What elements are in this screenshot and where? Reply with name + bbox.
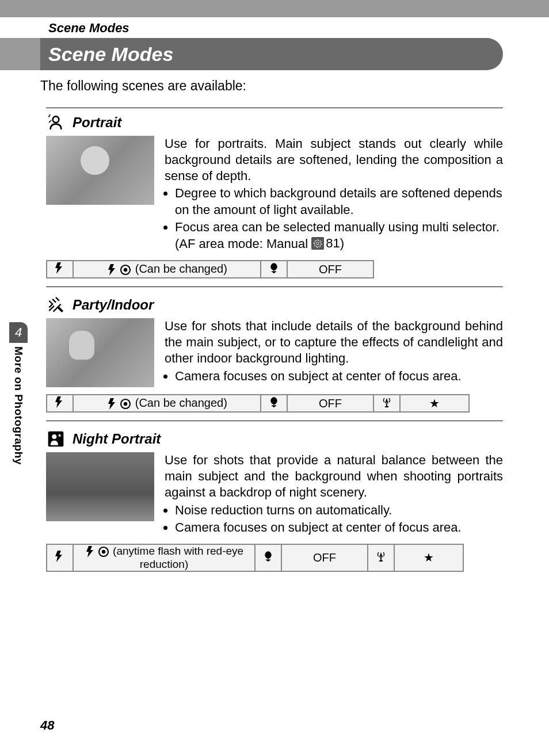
section-party: Party/Indoor Use for shots that include … [46,295,503,387]
party-flash-value: (Can be changed) [73,395,261,412]
macro-icon-cell [261,261,287,278]
portrait-settings-row: (Can be changed) OFF [46,260,503,287]
flash-icon-cell [47,544,73,571]
portrait-macro-value: OFF [287,261,373,278]
flash-icon-cell [47,261,73,278]
party-description: Use for shots that include details of th… [165,318,503,385]
vr-icon-cell [373,395,400,412]
portrait-sample-image [46,136,154,205]
night-bullet-1: Noise reduction turns on automatically. [175,502,503,518]
night-macro-value: OFF [281,544,368,571]
section-night-portrait: Night Portrait Use for shots that provid… [46,429,503,537]
portrait-page-ref: 81) [326,235,344,251]
party-mode-icon [46,295,66,315]
section-portrait-label: Portrait [73,114,121,131]
top-gray-bar [0,0,549,17]
night-portrait-mode-icon [46,429,66,449]
party-sample-image [46,318,154,387]
chapter-label: More on Photography [12,346,25,465]
party-settings-row: (Can be changed) OFF ★ [46,394,503,421]
portrait-flash-text: (Can be changed) [135,262,227,275]
night-flash-value: (anytime flash with red-eye reduction) [73,544,255,571]
night-settings-row: (anytime flash with red-eye reduction) O… [46,544,503,580]
settings-page-ref-icon [311,237,324,250]
section-portrait: Portrait Use for portraits. Main subject… [46,108,503,253]
party-desc-text: Use for shots that include details of th… [165,319,503,365]
night-bullet-2: Camera focuses on subject at center of f… [175,520,503,536]
breadcrumb: Scene Modes [0,17,549,38]
party-flash-text: (Can be changed) [135,396,227,409]
party-macro-value: OFF [287,395,373,412]
portrait-description: Use for portraits. Main subject stands o… [165,136,503,253]
night-sample-image [46,452,154,521]
title-bar: Scene Modes [0,38,549,70]
macro-icon-cell [261,395,287,412]
page-number: 48 [40,718,54,733]
portrait-bullet-1: Degree to which background details are s… [175,185,503,217]
intro-text: The following scenes are available: [0,70,549,100]
portrait-desc-text: Use for portraits. Main subject stands o… [165,136,503,183]
section-night-label: Night Portrait [73,431,161,447]
portrait-bullet-2: Focus area can be selected manually usin… [175,219,503,252]
night-star-value: ★ [394,544,463,571]
party-star-value: ★ [400,395,469,412]
night-description: Use for shots that provide a natural bal… [165,452,503,537]
page-title: Scene Modes [40,38,503,70]
chapter-number: 4 [9,322,28,343]
portrait-flash-value: (Can be changed) [73,261,261,278]
flash-icon-cell [47,395,73,412]
section-party-label: Party/Indoor [73,297,154,313]
night-flash-text: (anytime flash with red-eye reduction) [113,545,243,570]
side-tab: 4 More on Photography [7,322,30,465]
vr-icon-cell [368,544,394,571]
night-desc-text: Use for shots that provide a natural bal… [165,453,503,499]
macro-icon-cell [255,544,281,571]
party-bullet-1: Camera focuses on subject at center of f… [175,368,503,384]
title-bar-left-tab [0,38,40,70]
portrait-mode-icon [46,113,66,132]
